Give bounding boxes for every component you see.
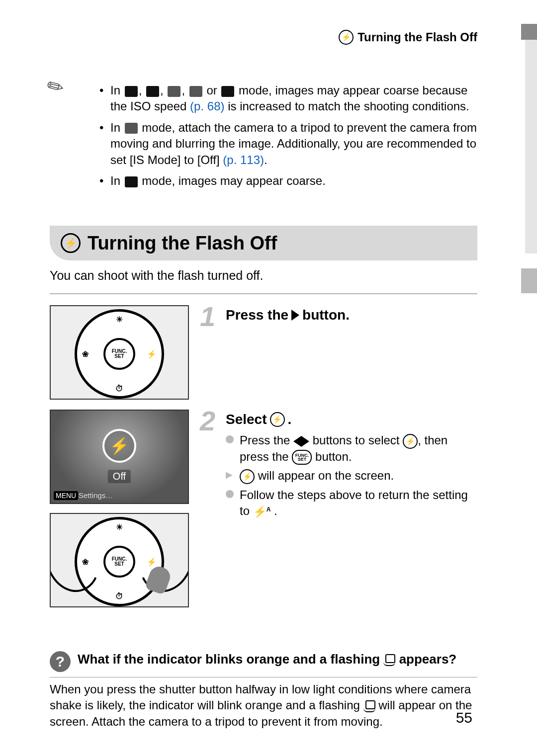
side-tab-dark — [521, 24, 537, 40]
step-line: will appear on the screen. — [226, 468, 477, 484]
lcd-settings-label: Settings… — [79, 491, 113, 500]
func-set-icon: FUNC.SET — [292, 450, 312, 465]
flash-auto-icon: ⚡A — [253, 504, 271, 519]
divider — [50, 293, 477, 294]
lcd-flash-off-icon: ⚡ — [102, 429, 136, 463]
mode-icon-fireworks-2 — [125, 123, 138, 134]
step-line: Follow the steps above to return the set… — [226, 487, 477, 519]
tip-body: When you press the shutter button halfwa… — [50, 681, 477, 730]
tip-title: What if the indicator blinks orange and … — [78, 651, 456, 668]
flash-off-icon — [403, 434, 418, 449]
note-item: In mode, images may appear coarse. — [99, 173, 477, 189]
func-set-button: FUNC. SET — [103, 546, 135, 578]
right-button-icon — [291, 310, 299, 321]
question-icon: ? — [50, 651, 71, 672]
manual-page: Turning the Flash Off ✎ In , , , or mode… — [0, 0, 537, 756]
mode-icon-sunset — [168, 86, 180, 97]
section-intro: You can shoot with the flash turned off. — [50, 268, 263, 283]
lcd-screenshot: ⚡ Off MENU Settings… — [50, 410, 189, 504]
step-number: 2 — [200, 405, 215, 437]
page-number: 55 — [456, 709, 472, 726]
side-thumb-tabs — [525, 40, 537, 253]
dial-press-illustration: FUNC. SET ☀ ⏱ ❀ ⚡ — [50, 513, 189, 607]
mode-icon-aquarium — [221, 86, 234, 97]
step-line: Press the buttons to select , then press… — [226, 432, 477, 465]
dial-top-icon: ☀ — [116, 315, 123, 324]
page-link[interactable]: (p. 68) — [190, 99, 224, 113]
step-1: FUNC. SET ☀ ⏱ ❀ ⚡ 1 Press the button. — [50, 305, 477, 400]
page-link[interactable]: (p. 113) — [223, 153, 264, 167]
step-body: Press the buttons to select , then press… — [226, 432, 477, 519]
flash-off-icon — [339, 30, 354, 45]
left-button-icon — [293, 436, 301, 447]
mode-icon-iso3200 — [125, 176, 138, 187]
note-item: In , , , or mode, images may appear coar… — [99, 83, 477, 115]
step-number: 1 — [200, 300, 215, 333]
camera-shake-icon — [363, 700, 375, 712]
right-button-icon — [301, 436, 309, 447]
lcd-menu-label: MENU — [54, 491, 78, 500]
camera-shake-icon — [383, 654, 395, 666]
steps-container: FUNC. SET ☀ ⏱ ❀ ⚡ 1 Press the button. — [50, 305, 477, 617]
mode-icon-night — [125, 86, 138, 97]
func-set-button: FUNC. SET — [103, 338, 135, 370]
flash-off-icon — [270, 412, 285, 427]
pencil-icon: ✎ — [42, 71, 71, 101]
side-tab-current — [521, 268, 537, 293]
dial-left-icon: ❀ — [82, 349, 89, 359]
step-2: ⚡ Off MENU Settings… FUNC. SET ☀ ⏱ ❀ — [50, 410, 477, 607]
step-title: Select . — [226, 412, 477, 427]
lcd-off-label: Off — [108, 470, 131, 483]
flash-off-icon — [240, 469, 255, 484]
divider — [50, 677, 477, 677]
running-header-text: Turning the Flash Off — [358, 30, 477, 44]
note-item: In mode, attach the camera to a tripod t… — [99, 120, 477, 168]
step-title: Press the button. — [226, 307, 477, 323]
flash-off-icon — [61, 233, 81, 253]
running-header: Turning the Flash Off — [339, 30, 477, 45]
dial-right-icon: ⚡ — [147, 349, 157, 359]
section-title: Turning the Flash Off — [88, 233, 277, 254]
note-bullets: In , , , or mode, images may appear coar… — [80, 83, 477, 189]
mode-icon-fireworks — [189, 86, 202, 97]
dial-illustration: FUNC. SET ☀ ⏱ ❀ ⚡ — [50, 305, 189, 400]
mode-icon-kids-pets — [146, 86, 159, 97]
dial-bottom-icon: ⏱ — [115, 384, 123, 393]
tip-box: ? What if the indicator blinks orange an… — [50, 651, 477, 730]
note-box: ✎ In , , , or mode, images may appear co… — [50, 75, 477, 197]
section-heading: Turning the Flash Off — [50, 226, 477, 260]
